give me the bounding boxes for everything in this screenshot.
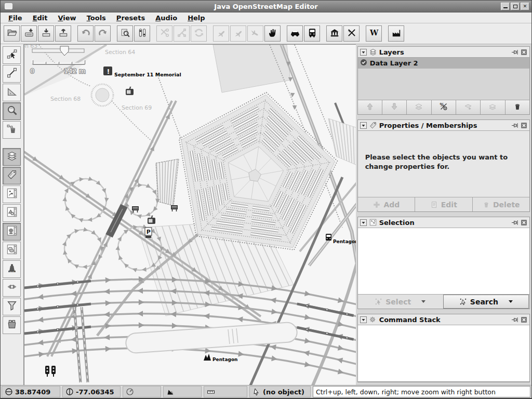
search-dropdown-arrow[interactable] xyxy=(509,300,513,303)
selection-dialog-toggle-button[interactable] xyxy=(3,185,21,203)
svg-text:W: W xyxy=(369,28,378,37)
restaurant-button[interactable] xyxy=(343,25,360,42)
download-button[interactable] xyxy=(38,25,54,42)
move-layer-down-button[interactable] xyxy=(382,100,407,114)
draw-node-tool-button[interactable] xyxy=(3,65,21,83)
redo-button[interactable] xyxy=(95,25,111,42)
bus-button[interactable] xyxy=(304,25,320,42)
menu-file[interactable]: File xyxy=(4,13,27,23)
select-button[interactable]: Select xyxy=(358,295,443,309)
castle-button[interactable]: W xyxy=(366,25,382,42)
validator-dialog-toggle-button[interactable] xyxy=(3,242,21,259)
minimize-icon xyxy=(503,5,508,8)
factory-icon xyxy=(391,28,402,40)
move-layer-up-button[interactable] xyxy=(358,100,382,114)
longitude-field: -77.06345 xyxy=(62,386,121,397)
layers-collapse-icon[interactable] xyxy=(360,49,367,56)
zoom-tool-icon xyxy=(6,104,18,118)
notes-dialog-toggle-button[interactable]: NOTES xyxy=(3,260,21,278)
layers-list[interactable]: Data Layer 2 xyxy=(358,57,529,100)
aircraft-2-button[interactable] xyxy=(230,25,246,42)
aircraft-2-icon xyxy=(233,28,244,40)
open-button[interactable] xyxy=(4,25,20,42)
undo-icon xyxy=(81,28,91,40)
layer-opacity-button[interactable]: % xyxy=(432,100,456,114)
command-stack-pin-icon[interactable] xyxy=(511,316,518,323)
delete-tool-button[interactable] xyxy=(3,121,21,139)
layers-close-icon[interactable] xyxy=(521,49,527,56)
layer-active-icon[interactable] xyxy=(360,59,367,68)
bus-icon xyxy=(307,28,317,40)
selection-panel-title: Selection xyxy=(379,219,509,227)
command-stack-panel: Command Stack xyxy=(357,314,530,382)
maximize-button[interactable] xyxy=(511,3,520,10)
layer-row[interactable]: Data Layer 2 xyxy=(358,58,529,69)
map-canvas[interactable]: Section 63Section 64Section 68Section 69… xyxy=(24,45,356,385)
layer-opacity-icon: % xyxy=(439,102,448,113)
save-button[interactable] xyxy=(21,25,37,42)
menu-tools[interactable]: Tools xyxy=(82,13,111,23)
undo-button[interactable] xyxy=(77,25,94,42)
menu-presets[interactable]: Presets xyxy=(112,13,150,23)
combine-way-button[interactable] xyxy=(174,25,190,42)
museum-button[interactable] xyxy=(326,25,342,42)
filter-dialog-toggle-button[interactable] xyxy=(3,298,21,315)
layers-pin-icon[interactable] xyxy=(511,49,518,56)
zoom-tool-button[interactable] xyxy=(3,102,21,120)
search-button[interactable]: Search xyxy=(443,295,529,309)
edit-button[interactable]: Edit xyxy=(415,197,472,211)
select-cursor-icon xyxy=(375,298,382,305)
menu-view[interactable]: View xyxy=(54,13,81,23)
delete-button[interactable]: Delete xyxy=(473,197,529,211)
selection-icon xyxy=(369,218,377,227)
car-button[interactable] xyxy=(287,25,303,42)
duplicate-layer-button[interactable] xyxy=(456,100,481,114)
minimize-button[interactable] xyxy=(501,3,510,10)
layer-visibility-button[interactable] xyxy=(481,100,505,114)
merge-layer-button[interactable] xyxy=(407,100,431,114)
measure-tool-button[interactable] xyxy=(3,84,21,101)
relation-dialog-toggle-button[interactable] xyxy=(3,204,21,222)
properties-panel-title: Properties / Memberships xyxy=(379,122,509,129)
add-button[interactable]: Add xyxy=(358,197,415,211)
selection-collapse-icon[interactable] xyxy=(360,219,367,226)
layers-icon xyxy=(369,48,377,56)
upload-button[interactable] xyxy=(55,25,71,42)
select-tool-button[interactable] xyxy=(3,46,21,64)
properties-dialog-toggle-button[interactable] xyxy=(3,167,21,184)
search-button[interactable] xyxy=(117,25,133,42)
menu-audio[interactable]: Audio xyxy=(151,13,182,23)
selection-pin-icon[interactable] xyxy=(511,219,518,226)
aircraft-3-button[interactable] xyxy=(247,25,263,42)
pan-button[interactable] xyxy=(264,25,281,42)
changeset-dialog-toggle-button[interactable] xyxy=(3,316,21,334)
selection-close-icon[interactable] xyxy=(521,219,527,226)
conflict-dialog-toggle-button[interactable] xyxy=(3,279,21,297)
update-data-button[interactable] xyxy=(191,25,207,42)
aircraft-1-button[interactable] xyxy=(213,25,229,42)
delete-layer-button[interactable] xyxy=(506,100,529,114)
tag-icon xyxy=(369,121,377,129)
command-stack-collapse-icon[interactable] xyxy=(360,316,367,323)
properties-close-icon[interactable] xyxy=(521,122,527,129)
factory-button[interactable] xyxy=(388,25,404,42)
menu-help[interactable]: Help xyxy=(183,13,209,23)
properties-body: Please select the objects you want to ch… xyxy=(358,130,529,197)
preferences-button[interactable] xyxy=(134,25,150,42)
split-way-button[interactable] xyxy=(156,25,172,42)
signal-icon-1 xyxy=(45,366,49,374)
title-bar[interactable]: Java OpenStreetMap Editor ✕ xyxy=(1,1,531,12)
selection-list[interactable] xyxy=(358,228,529,295)
layers-dialog-toggle-button[interactable] xyxy=(3,148,21,166)
properties-collapse-icon[interactable] xyxy=(360,122,367,129)
menu-edit[interactable]: Edit xyxy=(28,13,52,23)
bus-stop-icon xyxy=(326,234,331,241)
delete-tool-icon xyxy=(6,123,18,137)
close-button[interactable]: ✕ xyxy=(521,3,529,10)
command-stack-close-icon[interactable] xyxy=(521,316,527,323)
command-stack-list[interactable] xyxy=(358,325,529,382)
select-dropdown-arrow[interactable] xyxy=(421,300,425,303)
commandstack-dialog-toggle-button[interactable] xyxy=(3,223,21,241)
map-view[interactable]: Section 63Section 64Section 68Section 69… xyxy=(24,44,356,385)
properties-pin-icon[interactable] xyxy=(511,122,518,129)
